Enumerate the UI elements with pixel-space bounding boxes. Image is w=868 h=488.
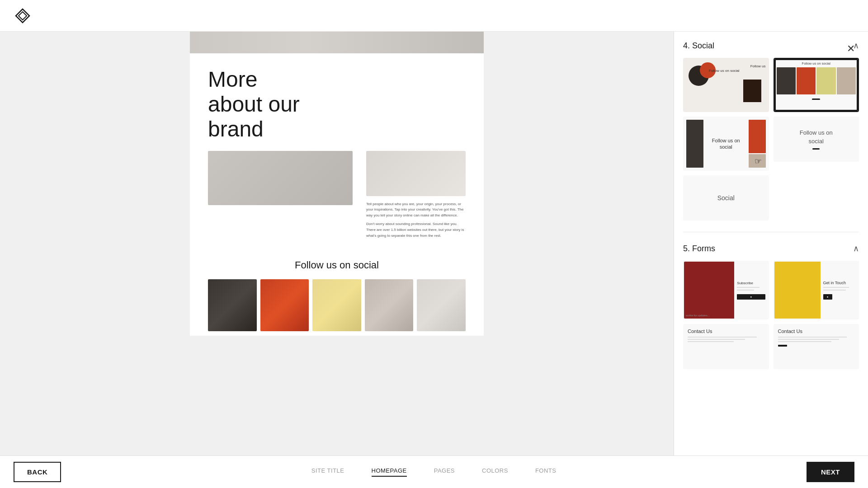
preview-brand-section: More about our brand Tell people about w… xyxy=(190,53,484,250)
social-template-1[interactable]: Follow us on social Follow us xyxy=(683,58,769,112)
tab-homepage[interactable]: HOMEPAGE xyxy=(372,467,407,477)
forms1-btn: ● xyxy=(737,294,765,300)
forms1-content: Subscribe ● xyxy=(734,262,768,319)
bottom-nav: BACK SITE TITLE HOMEPAGE PAGES COLORS FO… xyxy=(0,455,868,488)
top-bar xyxy=(0,0,868,32)
social-template-3[interactable]: Follow us on social ☞ xyxy=(683,117,769,171)
gallery-item-5 xyxy=(417,279,466,331)
forms3-line2 xyxy=(688,339,745,340)
preview-gallery xyxy=(208,279,466,331)
forms3-content: Contact Us xyxy=(688,328,764,345)
tmpl3-layout: Follow us on social xyxy=(684,117,768,170)
forms2-line1 xyxy=(823,287,849,288)
forms2-btn: ● xyxy=(823,294,832,300)
close-button[interactable]: ✕ xyxy=(843,41,859,57)
social-templates-grid: Follow us on social Follow us Follow us … xyxy=(683,58,859,221)
gallery-item-1 xyxy=(208,279,257,331)
tmpl2-img3 xyxy=(816,67,835,94)
gallery-item-3 xyxy=(312,279,361,331)
tmpl1-img3 xyxy=(743,80,761,102)
tab-site-title[interactable]: SITE TITLE xyxy=(311,467,344,477)
tmpl3-right xyxy=(749,120,766,168)
forms4-title: Contact Us xyxy=(778,328,855,334)
social-section-header: 4. Social ∧ xyxy=(683,41,859,51)
forms2-content: Get in Touch ● xyxy=(821,262,858,319)
preview-panel: More about our brand Tell people about w… xyxy=(0,32,674,455)
preview-text-block: Tell people about who you are, your orig… xyxy=(366,202,466,239)
main-content: More about our brand Tell people about w… xyxy=(0,32,868,455)
tmpl3-left xyxy=(686,120,703,168)
forms1-title: Subscribe xyxy=(737,281,765,285)
forms4-line1 xyxy=(778,337,847,338)
tmpl4-text: Follow us on social xyxy=(800,129,833,145)
preview-left-photo xyxy=(208,151,353,205)
forms1-layout: Subscribe ● xyxy=(684,262,768,319)
tmpl1-text: Follow us on social xyxy=(709,69,740,73)
tab-pages[interactable]: PAGES xyxy=(434,467,455,477)
tmpl2-dot xyxy=(774,97,859,102)
preview-social-section: Follow us on social xyxy=(190,250,484,336)
gallery-item-4 xyxy=(365,279,414,331)
social-template-4[interactable]: Follow us on social xyxy=(774,117,859,162)
right-panel: ✕ 4. Social ∧ Follow us on social Foll xyxy=(674,32,868,455)
social-section-group: 4. Social ∧ Follow us on social Follow u… xyxy=(674,32,868,230)
tmpl3-img2 xyxy=(749,120,766,153)
forms-template-2[interactable]: Get in Touch ● xyxy=(774,261,859,319)
tmpl4-dot xyxy=(812,148,820,150)
forms1-line1 xyxy=(737,287,760,288)
preview-left-col xyxy=(208,151,353,205)
forms2-line2 xyxy=(823,290,846,291)
preview-right-top-photo xyxy=(366,151,466,196)
forms1-line2 xyxy=(737,290,754,291)
section-divider xyxy=(683,232,859,232)
preview-right-col: Tell people about who you are, your orig… xyxy=(366,151,466,242)
forms1-caption: scribe for updates... xyxy=(684,314,768,317)
tmpl2-img2 xyxy=(797,67,816,94)
social-template-text-only[interactable]: Social xyxy=(683,175,769,221)
forms-template-3[interactable]: Contact Us xyxy=(683,324,769,369)
tmpl2-title: Follow us on social xyxy=(774,59,859,67)
preview-inner: More about our brand Tell people about w… xyxy=(190,32,484,455)
tmpl2-images xyxy=(774,67,859,97)
forms4-line2 xyxy=(778,339,840,340)
tmpl3-title: Follow us on social xyxy=(707,137,745,150)
nav-tabs: SITE TITLE HOMEPAGE PAGES COLORS FONTS xyxy=(311,467,557,477)
squarespace-logo xyxy=(14,7,32,25)
forms-section-group: 5. Forms ∧ Subscribe ● xyxy=(674,235,868,378)
next-button[interactable]: NEXT xyxy=(807,462,854,482)
tmpl3-img1 xyxy=(686,120,703,168)
preview-top-image xyxy=(190,32,484,53)
back-button[interactable]: BACK xyxy=(14,462,61,482)
forms-section-title: 5. Forms xyxy=(683,244,715,253)
tmpl-social-label: Social xyxy=(717,194,735,202)
tmpl2-img1 xyxy=(777,67,796,94)
forms-templates-grid: Subscribe ● scribe for updates... Get in… xyxy=(683,261,859,369)
social-section-title: 4. Social xyxy=(683,41,714,51)
preview-social-title: Follow us on social xyxy=(208,259,466,271)
forms3-title: Contact Us xyxy=(688,328,764,334)
forms4-content: Contact Us xyxy=(778,328,855,347)
tab-fonts[interactable]: FONTS xyxy=(535,467,557,477)
tmpl3-center: Follow us on social xyxy=(704,120,748,168)
forms3-line3 xyxy=(688,341,734,342)
tmpl2-img4 xyxy=(837,67,856,94)
forms-section-header: 5. Forms ∧ xyxy=(683,244,859,253)
forms-section-toggle[interactable]: ∧ xyxy=(853,244,859,253)
gallery-item-2 xyxy=(260,279,309,331)
preview-heading: More about our brand xyxy=(208,67,466,142)
forms2-title: Get in Touch xyxy=(823,281,855,285)
forms4-dot xyxy=(778,345,787,347)
tmpl3-img3 xyxy=(749,154,766,168)
preview-body-text-2: Don't worry about sounding professional.… xyxy=(366,221,466,239)
preview-body-text-1: Tell people about who you are, your orig… xyxy=(366,202,466,219)
forms-template-4[interactable]: Contact Us xyxy=(774,324,859,369)
tmpl1-text2: Follow us xyxy=(750,64,766,68)
preview-two-col: Tell people about who you are, your orig… xyxy=(208,151,466,242)
forms4-line3 xyxy=(778,341,832,342)
tab-colors[interactable]: COLORS xyxy=(482,467,508,477)
forms3-line1 xyxy=(688,337,757,338)
forms-template-1[interactable]: Subscribe ● scribe for updates... xyxy=(683,261,769,319)
social-template-2[interactable]: Follow us on social xyxy=(774,58,859,112)
forms2-layout: Get in Touch ● xyxy=(774,262,859,319)
forms2-image xyxy=(774,262,821,319)
